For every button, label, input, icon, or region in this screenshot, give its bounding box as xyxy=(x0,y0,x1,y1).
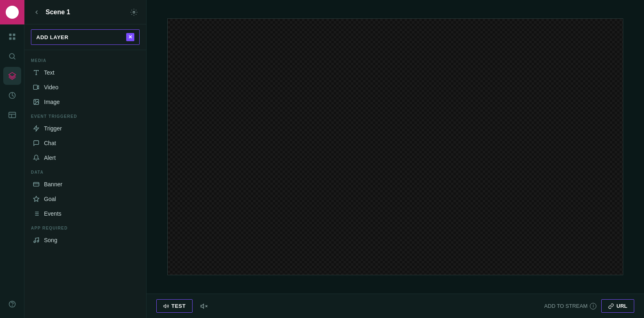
svg-point-0 xyxy=(11,9,13,12)
avatar[interactable] xyxy=(0,0,24,24)
canvas-area xyxy=(147,0,644,294)
left-sidebar xyxy=(0,0,24,318)
add-to-stream-label: ADD TO STREAM xyxy=(544,303,587,309)
menu-item-video[interactable]: Video xyxy=(24,80,146,95)
menu-item-video-label: Video xyxy=(44,84,59,91)
menu-item-chat[interactable]: Chat xyxy=(24,136,146,150)
back-button[interactable] xyxy=(31,7,42,18)
section-label-event-triggered: EVENT TRIGGERED xyxy=(24,109,146,121)
section-label-media: MEDIA xyxy=(24,53,146,65)
sidebar-item-layout[interactable] xyxy=(3,106,21,124)
svg-marker-23 xyxy=(33,196,39,201)
song-icon xyxy=(33,236,40,244)
menu-item-banner[interactable]: Banner xyxy=(24,177,146,192)
sidebar-item-analytics[interactable] xyxy=(3,86,21,104)
svg-rect-21 xyxy=(33,182,39,186)
avatar-icon xyxy=(6,6,19,19)
info-icon: i xyxy=(590,303,596,309)
menu-item-text-label: Text xyxy=(44,69,55,76)
menu-item-chat-label: Chat xyxy=(44,140,56,146)
image-icon xyxy=(33,98,40,106)
svg-rect-3 xyxy=(9,38,11,40)
menu-item-text[interactable]: Text xyxy=(24,65,146,80)
sidebar-bottom xyxy=(3,295,21,318)
alert-icon xyxy=(33,154,40,161)
svg-point-13 xyxy=(12,306,12,306)
menu-item-song[interactable]: Song xyxy=(24,233,146,247)
canvas xyxy=(167,18,623,275)
video-icon xyxy=(33,84,40,91)
sidebar-nav xyxy=(3,24,21,295)
menu-item-trigger[interactable]: Trigger xyxy=(24,121,146,136)
trigger-icon xyxy=(33,125,40,132)
volume-button[interactable] xyxy=(197,300,210,313)
menu-item-goal-label: Goal xyxy=(44,196,56,202)
main-content: TEST ADD TO STREAM i URL xyxy=(147,0,644,318)
svg-rect-4 xyxy=(13,38,15,40)
svg-point-14 xyxy=(133,11,135,13)
goal-icon xyxy=(33,195,40,203)
menu-item-trigger-label: Trigger xyxy=(44,125,62,132)
add-layer-button[interactable]: ADD LAYER ✕ xyxy=(31,29,140,45)
sidebar-item-apps[interactable] xyxy=(3,28,21,46)
add-to-stream-button[interactable]: ADD TO STREAM i xyxy=(544,303,596,309)
url-label: URL xyxy=(616,303,627,309)
test-label: TEST xyxy=(171,303,186,309)
sidebar-item-help[interactable] xyxy=(3,295,21,313)
test-button[interactable]: TEST xyxy=(156,299,193,313)
section-label-data: DATA xyxy=(24,165,146,177)
banner-icon xyxy=(33,181,40,188)
svg-rect-17 xyxy=(33,85,37,90)
bottom-left: TEST xyxy=(156,299,210,313)
svg-line-6 xyxy=(13,58,15,60)
menu-item-events-label: Events xyxy=(44,210,61,217)
svg-point-19 xyxy=(35,101,36,102)
scene-title: Scene 1 xyxy=(46,9,70,16)
bottom-right: ADD TO STREAM i URL xyxy=(544,299,634,313)
bottom-bar: TEST ADD TO STREAM i URL xyxy=(147,294,644,318)
settings-button[interactable] xyxy=(128,7,140,18)
svg-marker-20 xyxy=(34,126,39,131)
svg-rect-1 xyxy=(9,34,11,36)
menu-item-image-label: Image xyxy=(44,99,60,105)
sidebar-item-layers[interactable] xyxy=(3,67,21,85)
svg-rect-9 xyxy=(9,112,15,117)
events-icon xyxy=(33,210,40,217)
panel: Scene 1 ADD LAYER ✕ MEDIA xyxy=(24,0,147,318)
svg-marker-33 xyxy=(201,304,204,308)
menu-item-alert[interactable]: Alert xyxy=(24,150,146,165)
svg-marker-32 xyxy=(164,304,166,307)
add-layer-label: ADD LAYER xyxy=(36,34,68,40)
chat-icon xyxy=(33,139,40,147)
section-label-app-required: APP REQUIRED xyxy=(24,221,146,233)
svg-point-30 xyxy=(34,241,35,243)
url-button[interactable]: URL xyxy=(601,299,634,313)
svg-point-31 xyxy=(37,241,39,242)
text-icon xyxy=(33,69,40,76)
menu-item-alert-label: Alert xyxy=(44,155,56,161)
menu-item-image[interactable]: Image xyxy=(24,95,146,109)
menu-item-song-label: Song xyxy=(44,237,57,243)
menu-item-goal[interactable]: Goal xyxy=(24,192,146,206)
add-layer-section: ADD LAYER ✕ xyxy=(24,24,146,50)
menu-item-events[interactable]: Events xyxy=(24,206,146,221)
panel-header: Scene 1 xyxy=(24,0,146,24)
menu-item-banner-label: Banner xyxy=(44,181,62,188)
svg-rect-2 xyxy=(13,34,15,36)
scene-title-area: Scene 1 xyxy=(31,7,70,18)
layer-menu: MEDIA Text Video xyxy=(24,50,146,318)
close-icon: ✕ xyxy=(126,33,134,41)
sidebar-item-search[interactable] xyxy=(3,47,21,65)
svg-point-5 xyxy=(9,53,14,58)
